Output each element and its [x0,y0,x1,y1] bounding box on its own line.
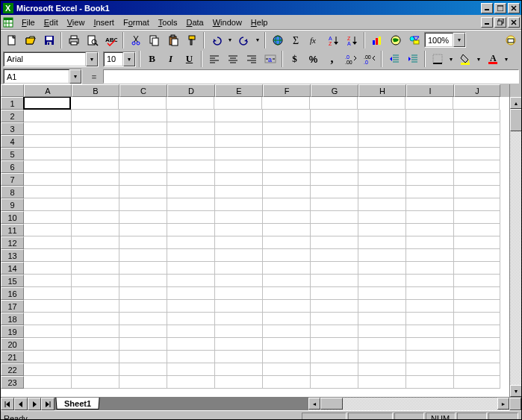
cell-D15[interactable] [167,275,215,287]
redo-dropdown[interactable]: ▼ [254,32,261,48]
cell-E8[interactable] [215,186,263,198]
zoom-dropdown-button[interactable]: ▼ [453,33,465,47]
name-box-dropdown-button[interactable]: ▼ [69,69,81,84]
cell-G1[interactable] [310,97,358,110]
cell-F11[interactable] [263,224,311,236]
cell-A21[interactable] [24,351,72,363]
cell-A23[interactable] [24,376,72,389]
cell-H1[interactable] [358,97,406,110]
cell-J14[interactable] [454,262,500,275]
cell-D14[interactable] [167,262,215,275]
cell-B17[interactable] [72,300,119,313]
cell-A14[interactable] [24,262,72,275]
cell-E2[interactable] [215,110,263,122]
cell-A16[interactable] [24,287,72,300]
vscroll-thumb[interactable] [510,109,522,131]
cell-B12[interactable] [72,236,119,249]
row-header-16[interactable]: 16 [1,287,24,300]
sheet-tab-sheet1[interactable]: Sheet1 [55,398,99,410]
font-name-combo[interactable]: Arial ▼ [3,51,99,67]
cell-H21[interactable] [358,351,406,363]
cell-A19[interactable] [24,325,72,338]
cell-C10[interactable] [119,211,167,224]
save-button[interactable] [40,32,58,48]
resize-grip[interactable] [509,398,521,410]
cell-A20[interactable] [24,338,72,351]
cell-G11[interactable] [311,224,358,236]
cells-grid[interactable]: 1234567891011121314151617181920212223 [1,97,509,397]
cell-G22[interactable] [311,363,358,376]
cell-A15[interactable] [24,275,72,287]
copy-button[interactable] [146,32,163,48]
cell-G9[interactable] [311,198,358,211]
cell-J2[interactable] [454,110,500,122]
cell-E18[interactable] [215,313,263,325]
cell-B4[interactable] [72,135,119,148]
cell-G12[interactable] [311,236,358,249]
cell-B5[interactable] [72,148,119,160]
cell-J6[interactable] [454,160,500,173]
new-button[interactable] [3,32,20,48]
row-header-21[interactable]: 21 [1,351,24,363]
column-header-I[interactable]: I [406,84,454,97]
cell-B10[interactable] [72,211,119,224]
tab-last-button[interactable] [41,398,55,410]
row-header-15[interactable]: 15 [1,275,24,287]
font-name-dropdown-button[interactable]: ▼ [86,52,98,66]
cell-F20[interactable] [263,338,311,351]
cell-B16[interactable] [72,287,119,300]
cell-C19[interactable] [119,325,167,338]
cell-B6[interactable] [72,160,119,173]
cell-A11[interactable] [24,224,72,236]
cell-I4[interactable] [406,135,454,148]
row-header-19[interactable]: 19 [1,325,24,338]
cell-D10[interactable] [167,211,215,224]
cell-H9[interactable] [358,198,406,211]
cell-F8[interactable] [263,186,311,198]
cell-G16[interactable] [311,287,358,300]
menu-help[interactable]: Help [246,16,273,28]
cell-I6[interactable] [406,160,454,173]
cell-D16[interactable] [167,287,215,300]
fill-color-dropdown[interactable]: ▼ [475,51,482,67]
cell-H14[interactable] [358,262,406,275]
cell-A1[interactable] [23,97,71,110]
cell-G19[interactable] [311,325,358,338]
cell-E15[interactable] [215,275,263,287]
cell-D3[interactable] [167,122,215,135]
tab-prev-button[interactable] [14,398,28,410]
cell-B3[interactable] [72,122,119,135]
cell-E10[interactable] [215,211,263,224]
cell-I23[interactable] [406,376,454,389]
currency-button[interactable]: $ [286,51,303,67]
row-header-17[interactable]: 17 [1,300,24,313]
cell-A5[interactable] [24,148,72,160]
column-header-F[interactable]: F [263,84,311,97]
cell-C18[interactable] [119,313,167,325]
decrease-decimal-button[interactable]: .00.0 [361,51,378,67]
cell-E13[interactable] [215,249,263,262]
scroll-up-button[interactable]: ▲ [510,97,522,109]
merge-center-button[interactable]: a [261,51,279,67]
decrease-indent-button[interactable] [385,51,403,67]
cell-E14[interactable] [215,262,263,275]
cell-I18[interactable] [406,313,454,325]
cell-I19[interactable] [406,325,454,338]
undo-button[interactable] [208,32,225,48]
sort-desc-button[interactable]: ZA [344,32,361,48]
redo-button[interactable] [235,32,252,48]
cell-H10[interactable] [358,211,406,224]
cell-G21[interactable] [311,351,358,363]
cell-E9[interactable] [215,198,263,211]
cell-C1[interactable] [119,97,167,110]
cell-D7[interactable] [167,173,215,186]
cell-A7[interactable] [24,173,72,186]
cell-D8[interactable] [167,186,215,198]
cell-J11[interactable] [454,224,500,236]
row-header-8[interactable]: 8 [1,186,24,198]
row-header-13[interactable]: 13 [1,249,24,262]
column-header-D[interactable]: D [167,84,215,97]
cell-E21[interactable] [215,351,263,363]
child-close-button[interactable] [508,17,520,28]
tab-first-button[interactable] [1,398,14,410]
